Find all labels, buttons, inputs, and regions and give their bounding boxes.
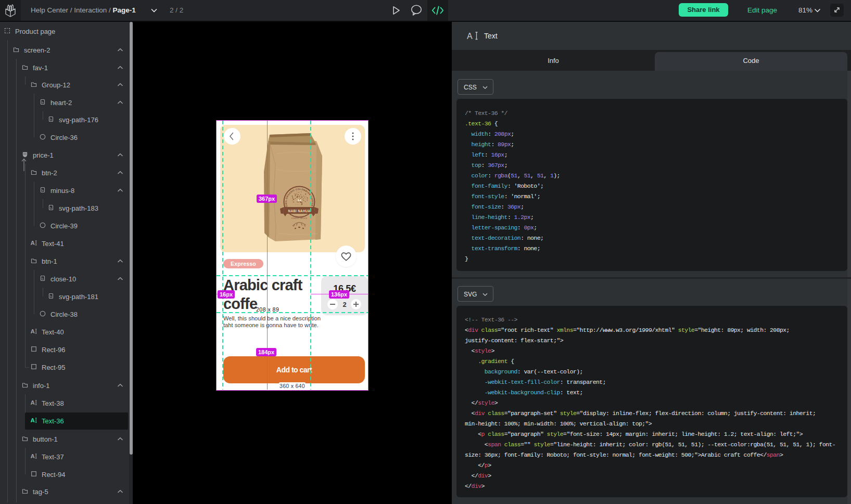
svg-text:A: A	[31, 417, 35, 423]
svg-text:A: A	[31, 240, 35, 246]
svg-text:A: A	[31, 328, 35, 334]
svg-text:A: A	[467, 32, 473, 41]
svg-text:A: A	[31, 399, 35, 406]
svg-text:A: A	[31, 453, 35, 459]
